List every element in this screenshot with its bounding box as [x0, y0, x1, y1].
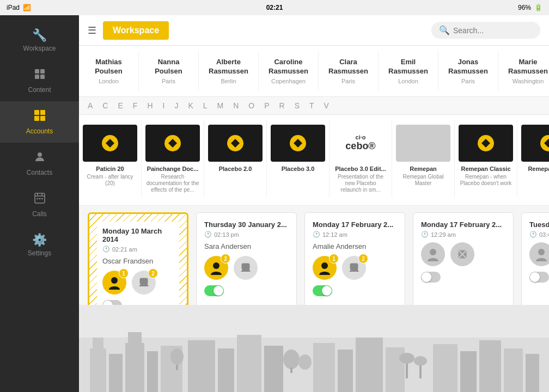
- doc-card[interactable]: Remepan Remepan Global Master: [392, 120, 455, 198]
- sidebar-item-settings[interactable]: ⚙️ Settings: [0, 225, 79, 265]
- doc-card[interactable]: Remepan Classic Remepan - when Placebo d…: [455, 120, 517, 198]
- device-label: iPad: [7, 4, 20, 11]
- alphabet-letter[interactable]: H: [147, 101, 152, 110]
- person-card[interactable]: Nanna Poulsen Paris: [139, 51, 199, 91]
- person-card[interactable]: Jonas Rasmussen Paris: [438, 51, 498, 91]
- person-city: Paris: [444, 78, 492, 84]
- clock-icon: 🕐: [204, 231, 212, 238]
- activity-toggle[interactable]: [313, 285, 332, 296]
- sidebar-item-workspace[interactable]: 🔧 Workspace: [0, 21, 79, 60]
- activity-time: 🕐 02:13 pm: [204, 231, 289, 238]
- alphabet-letter[interactable]: R: [279, 101, 285, 110]
- activity-avatars: 1 2: [313, 256, 397, 280]
- svg-rect-49: [313, 343, 335, 392]
- people-scroll: Mathias Poulsen London Nanna Poulsen Par…: [79, 51, 549, 91]
- search-bar[interactable]: 🔍: [431, 22, 540, 39]
- avatar1-badge: 1: [102, 271, 126, 295]
- doc-card[interactable]: Painchange Doc... Research documentation…: [142, 120, 204, 198]
- svg-rect-42: [188, 340, 215, 392]
- alphabet-letter[interactable]: T: [309, 101, 314, 110]
- doc-subtitle: Remepan - when Placebo doesn't work: [459, 174, 513, 187]
- doc-card[interactable]: Paticin 20 Cream - after lancy (20): [79, 120, 142, 198]
- doc-subtitle: Cream - after lancy (20): [83, 174, 137, 187]
- activity-toggle[interactable]: [204, 285, 224, 296]
- person-card[interactable]: Clara Rasmussen Paris: [319, 51, 379, 91]
- doc-title: Placebo 3.0 Edit...: [335, 165, 386, 173]
- svg-rect-35: [109, 354, 123, 392]
- person-city: London: [384, 78, 432, 84]
- svg-rect-37: [128, 332, 142, 346]
- clock-icon: 🕐: [313, 231, 320, 238]
- sidebar-label-content: Content: [28, 86, 51, 94]
- avatar1-badge: 1: [313, 256, 337, 280]
- people-section: Mathias Poulsen London Nanna Poulsen Par…: [79, 46, 549, 97]
- person-card[interactable]: Alberte Rasmussen Berlin: [199, 51, 259, 91]
- alphabet-letter[interactable]: E: [118, 101, 123, 110]
- status-left: iPad 📶: [7, 4, 31, 11]
- sidebar-label-accounts: Accounts: [26, 127, 53, 135]
- person-name: Mathias Poulsen: [84, 58, 133, 76]
- avatar1-badge: [421, 242, 445, 266]
- search-input[interactable]: [453, 26, 529, 35]
- alphabet-letter[interactable]: N: [233, 101, 239, 110]
- svg-point-31: [538, 249, 545, 255]
- svg-rect-15: [41, 198, 43, 199]
- contacts-icon: [33, 150, 46, 167]
- svg-rect-14: [39, 198, 40, 199]
- sidebar-item-calls[interactable]: Calls: [0, 184, 79, 225]
- activity-date: Monday 17 February 2...: [313, 220, 397, 229]
- status-time: 02:21: [266, 4, 283, 11]
- alphabet-letter[interactable]: L: [203, 101, 208, 110]
- activity-time: 🕐 12:12 am: [313, 231, 397, 238]
- person-card[interactable]: Emil Rasmussen London: [379, 51, 438, 91]
- svg-rect-2: [35, 75, 39, 79]
- svg-rect-47: [290, 367, 292, 373]
- toggle-knob: [322, 286, 332, 296]
- svg-rect-59: [479, 340, 501, 392]
- doc-card[interactable]: Placebo 2.0: [204, 120, 267, 198]
- alphabet-letter[interactable]: S: [295, 101, 300, 110]
- alphabet-letter[interactable]: P: [264, 101, 269, 110]
- alphabet-letter[interactable]: J: [174, 101, 178, 110]
- alphabet-letter[interactable]: V: [324, 101, 329, 110]
- workspace-tab[interactable]: Workspace: [103, 21, 169, 40]
- person-card[interactable]: Marie Rasmussen Washington: [498, 51, 549, 91]
- doc-title: Remepan: [410, 165, 437, 173]
- clock-icon: 🕐: [421, 231, 429, 238]
- doc-card[interactable]: Placebo 3.0: [267, 120, 330, 198]
- svg-point-56: [414, 356, 427, 366]
- person-city: Berlin: [204, 78, 253, 84]
- menu-icon[interactable]: ☰: [88, 24, 96, 36]
- sidebar-item-contacts[interactable]: Contacts: [0, 143, 79, 184]
- sidebar-item-content[interactable]: Content: [0, 60, 79, 101]
- sidebar-label-contacts: Contacts: [27, 169, 52, 176]
- svg-rect-38: [147, 351, 158, 392]
- svg-rect-60: [504, 348, 523, 392]
- doc-card[interactable]: Remepan Mod: [517, 120, 549, 198]
- svg-point-26: [213, 262, 219, 269]
- content-icon: [33, 68, 46, 84]
- person-card[interactable]: Caroline Rasmussen Copenhagen: [259, 51, 319, 91]
- alphabet-letter[interactable]: F: [133, 101, 138, 110]
- alphabet-letter[interactable]: K: [188, 101, 193, 110]
- avatar1-count: 2: [221, 254, 230, 264]
- alphabet-letter[interactable]: A: [88, 101, 93, 110]
- wifi-icon: 📶: [23, 4, 31, 11]
- avatar2-circle: [450, 242, 474, 266]
- svg-rect-57: [433, 344, 457, 392]
- doc-subtitle: Presentation of the new Placebo relaunch…: [334, 174, 387, 193]
- alphabet-letter[interactable]: C: [102, 101, 108, 110]
- sidebar-item-accounts[interactable]: Accounts: [0, 101, 79, 143]
- city-skyline: [79, 305, 549, 392]
- alphabet-letter[interactable]: I: [163, 101, 165, 110]
- person-card[interactable]: Mathias Poulsen London: [79, 51, 139, 91]
- avatar2-count: 2: [358, 254, 368, 264]
- doc-thumbnail: [145, 125, 200, 162]
- activity-toggle[interactable]: [421, 272, 441, 283]
- alphabet-letter[interactable]: M: [217, 101, 224, 110]
- alphabet-letter[interactable]: O: [248, 101, 254, 110]
- doc-card[interactable]: ci·o cebo® Placebo 3.0 Edit... Presentat…: [330, 120, 392, 198]
- activity-toggle[interactable]: [529, 272, 549, 283]
- sidebar: 🔧 Workspace Content Accounts: [0, 15, 79, 392]
- activity-time-value: 02:13 pm: [214, 231, 239, 238]
